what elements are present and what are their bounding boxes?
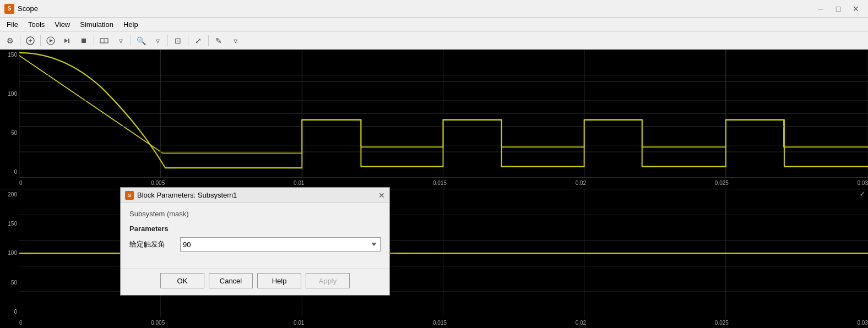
dialog-close-button[interactable]: ✕ [378,191,385,200]
props-icon [25,36,35,46]
top-chart-waveform [19,50,868,178]
menu-help[interactable]: Help [119,19,143,30]
fit-button[interactable]: ⊡ [170,34,186,48]
help-button[interactable]: Help [257,273,301,288]
cursor-button[interactable]: ⤢ [191,34,206,48]
x-label-b-4: 0.02 [576,320,586,326]
toolbar: ⚙ ▿ 🔍 ▿ ⊡ ⤢ ✎ ▿ [0,32,868,50]
step-icon [63,36,72,45]
param-row-trigger: 给定触发角 90 60 120 30 150 [129,237,381,252]
play-icon [46,36,55,45]
toolbar-sep-1 [20,35,20,46]
minimize-button[interactable]: ─ [813,3,828,15]
toolbar-sep-5 [167,35,168,46]
edit-button[interactable]: ✎ [211,34,226,48]
cancel-button[interactable]: Cancel [209,273,253,288]
y-axis-top: 150 100 50 0 [0,50,19,178]
toolbar-sep-6 [188,35,188,46]
step-button[interactable] [59,34,75,48]
dialog-block-params: S Block Parameters: Subsystem1 ✕ Subsyst… [120,187,390,296]
dialog-body: Subsystem (mask) Parameters 给定触发角 90 60 … [121,203,389,264]
svg-rect-5 [82,39,86,43]
x-label-b-5: 0.025 [715,320,729,326]
x-label-t-0: 0 [19,180,23,186]
stop-icon [79,36,88,45]
y-label-b-50: 50 [0,280,19,286]
dialog-subtitle: Subsystem (mask) [129,210,381,218]
menu-view[interactable]: View [50,19,74,30]
ok-button[interactable]: OK [160,273,204,288]
x-label-t-1: 0.005 [151,180,165,186]
toolbar-sep-4 [131,35,131,46]
expand-icon[interactable]: ⤢ [860,190,865,198]
title-left: S Scope [4,4,38,14]
dialog-buttons: OK Cancel Help Apply [121,268,389,295]
svg-marker-2 [50,39,53,42]
run-button[interactable] [43,34,58,48]
top-chart-panel: 150 100 50 0 [0,50,868,189]
close-button[interactable]: ✕ [848,3,864,15]
x-label-t-6: 0.03 [858,180,868,186]
y-label-top-0: 0 [0,169,19,175]
y-label-top-150: 150 [0,52,19,58]
layout-button[interactable]: ▿ [113,34,128,48]
x-label-t-3: 0.015 [433,180,447,186]
dialog-title-text: Block Parameters: Subsystem1 [137,191,237,199]
x-label-b-6: 0.03 [858,320,868,326]
props-button[interactable] [23,34,38,48]
x-label-b-3: 0.015 [433,320,447,326]
x-label-t-2: 0.01 [294,180,304,186]
window-title: Scope [18,4,38,13]
menu-tools[interactable]: Tools [24,19,49,30]
toolbar-sep-2 [40,35,41,46]
zoom-out-button[interactable]: ▿ [150,34,165,48]
x-label-b-2: 0.01 [294,320,304,326]
y-label-top-100: 100 [0,91,19,97]
title-bar: S Scope ─ □ ✕ [0,0,868,18]
app-icon: S [4,4,14,14]
toolbar-sep-3 [94,35,94,46]
y-axis-bottom: 200 150 100 50 0 [0,189,19,318]
x-label-t-5: 0.025 [715,180,729,186]
settings-button[interactable]: ⚙ [2,34,18,48]
dialog-icon: S [125,191,134,200]
x-label-t-4: 0.02 [576,180,586,186]
svg-marker-3 [64,39,68,43]
y-label-top-50: 50 [0,130,19,136]
y-label-b-100: 100 [0,250,19,256]
dialog-params-label: Parameters [129,225,381,233]
y-label-b-200: 200 [0,192,19,198]
y-label-b-0: 0 [0,309,19,315]
dialog-title-left: S Block Parameters: Subsystem1 [125,191,237,200]
menu-bar: File Tools View Simulation Help [0,18,868,32]
dialog-title-bar: S Block Parameters: Subsystem1 ✕ [121,188,389,203]
window-controls: ─ □ ✕ [813,3,864,15]
menu-simulation[interactable]: Simulation [75,19,118,30]
x-label-b-0: 0 [19,320,23,326]
param-label-trigger: 给定触发角 [129,239,173,249]
x-axis-bottom: 0 0.005 0.01 0.015 0.02 0.025 0.03 [19,317,868,328]
param-select-trigger[interactable]: 90 60 120 30 150 [180,237,381,252]
apply-button[interactable]: Apply [306,273,350,288]
scale-icon [99,36,109,46]
menu-file[interactable]: File [2,19,23,30]
toolbar-sep-7 [208,35,209,46]
y-label-b-150: 150 [0,221,19,227]
maximize-button[interactable]: □ [831,3,846,15]
scale-button[interactable] [96,34,112,48]
zoom-in-button[interactable]: 🔍 [133,34,149,48]
x-label-b-1: 0.005 [151,320,165,326]
stop-button[interactable] [76,34,91,48]
edit-dropdown[interactable]: ▿ [227,34,243,48]
